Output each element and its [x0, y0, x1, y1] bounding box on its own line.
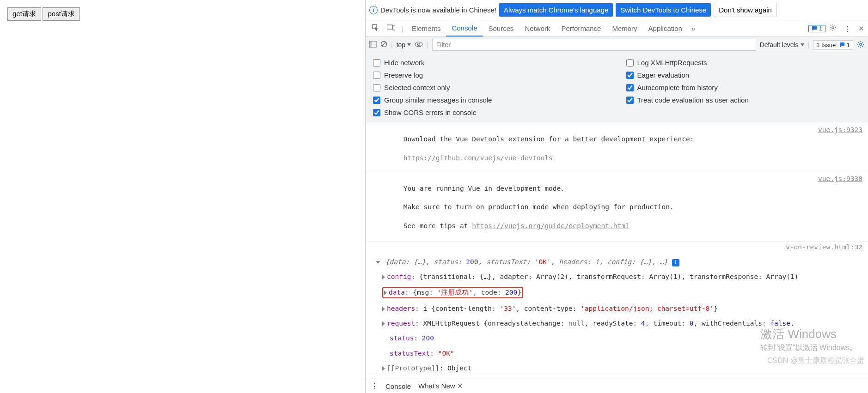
windows-activation-watermark: 激活 Windows 转到"设置"以激活 Windows。	[760, 326, 857, 353]
tab-elements[interactable]: Elements	[406, 21, 446, 36]
live-expression-icon[interactable]	[415, 41, 423, 48]
expand-toggle-icon[interactable]	[382, 366, 385, 371]
object-summary[interactable]: {data: {…}, status: 200, statusText: 'OK…	[385, 258, 668, 266]
console-settings-panel: Hide network Log XMLHttpRequests Preserv…	[366, 53, 868, 122]
svg-point-3	[832, 27, 834, 29]
console-toolbar: | top | Default levels | 1 Issue:1	[366, 37, 868, 53]
log-entry-object: v-on-review.html:32 {data: {…}, status: …	[366, 242, 868, 375]
devtools-tabs: | Elements Console Sources Network Perfo…	[366, 20, 868, 37]
log-link[interactable]: https://github.com/vuejs/vue-devtools	[403, 154, 553, 162]
log-xhr-checkbox[interactable]: Log XMLHttpRequests	[626, 59, 861, 67]
expand-toggle-icon[interactable]	[382, 275, 385, 279]
drawer-tabs: ⋮ Console What's New ✕	[366, 379, 868, 393]
always-match-language-button[interactable]: Always match Chrome's language	[499, 3, 613, 17]
log-entry: Download the Vue Devtools extension for …	[366, 124, 868, 173]
more-tabs-icon[interactable]: »	[688, 21, 699, 36]
get-request-button[interactable]: get请求	[7, 7, 41, 21]
tab-memory[interactable]: Memory	[606, 21, 642, 36]
kebab-menu-icon[interactable]: ⋮	[371, 382, 378, 390]
close-icon[interactable]: ✕	[457, 382, 463, 390]
levels-dropdown[interactable]: Default levels	[760, 41, 804, 48]
svg-rect-1	[387, 25, 392, 29]
expand-toggle-icon[interactable]	[382, 321, 385, 326]
log-source-link[interactable]: vue.js:9323	[818, 125, 862, 172]
svg-rect-5	[369, 41, 372, 48]
infobar-text: DevTools is now available in Chinese!	[380, 6, 496, 14]
svg-point-9	[418, 43, 420, 46]
devtools-panel: i DevTools is now available in Chinese! …	[365, 0, 868, 393]
kebab-menu-icon[interactable]: ⋮	[840, 21, 855, 36]
object-property[interactable]: config: {transitional: {…}, adapter: Arr…	[371, 272, 862, 281]
tab-sources[interactable]: Sources	[483, 21, 519, 36]
tab-network[interactable]: Network	[520, 21, 556, 36]
info-icon[interactable]: i	[672, 259, 679, 266]
tab-application[interactable]: Application	[643, 21, 688, 36]
svg-point-10	[860, 43, 862, 45]
expand-toggle-icon[interactable]	[384, 290, 387, 295]
object-property[interactable]: headers: i {content-length: '33', conten…	[371, 304, 862, 313]
preserve-log-checkbox[interactable]: Preserve log	[373, 71, 608, 79]
log-text: You are running Vue in development mode.	[403, 185, 565, 192]
hide-network-checkbox[interactable]: Hide network	[373, 59, 608, 67]
expand-toggle-icon[interactable]	[376, 261, 380, 264]
settings-gear-icon[interactable]	[825, 20, 840, 36]
drawer-tab-console[interactable]: Console	[385, 382, 411, 390]
selected-context-checkbox[interactable]: Selected context only	[373, 84, 608, 91]
clear-console-icon[interactable]	[380, 41, 387, 49]
expand-toggle-icon[interactable]	[382, 307, 385, 311]
switch-to-chinese-button[interactable]: Switch DevTools to Chinese	[616, 3, 711, 17]
log-source-link[interactable]: vue.js:9330	[818, 174, 862, 240]
dont-show-again-button[interactable]: Don't show again	[714, 3, 777, 17]
console-output: Download the Vue Devtools extension for …	[366, 122, 868, 379]
svg-point-8	[415, 42, 422, 47]
svg-rect-2	[393, 26, 395, 30]
log-entry: You are running Vue in development mode.…	[366, 173, 868, 241]
post-request-button[interactable]: post请求	[43, 7, 79, 21]
tab-console[interactable]: Console	[446, 20, 483, 36]
device-toggle-icon[interactable]	[383, 21, 399, 36]
context-dropdown[interactable]: top	[397, 41, 411, 48]
show-cors-checkbox[interactable]: Show CORS errors in console	[373, 109, 608, 116]
toggle-sidebar-icon[interactable]	[369, 41, 377, 49]
console-prompt[interactable]: ›	[366, 374, 868, 379]
log-text: Make sure to turn on production mode whe…	[403, 203, 674, 211]
inspect-icon[interactable]	[368, 20, 383, 36]
tab-performance[interactable]: Performance	[556, 21, 607, 36]
object-property-highlighted[interactable]: data: {msg: '注册成功', code: 200}	[371, 287, 862, 298]
svg-line-7	[382, 42, 386, 46]
close-devtools-icon[interactable]: ✕	[855, 21, 868, 36]
csdn-watermark: CSDN @富士康质检员张全蛋	[767, 356, 864, 366]
issues-badge[interactable]: 1 Issue:1	[813, 40, 853, 50]
treat-code-checkbox[interactable]: Treat code evaluation as user action	[626, 96, 861, 104]
console-settings-gear-icon[interactable]	[857, 41, 864, 49]
eager-eval-checkbox[interactable]: Eager evaluation	[626, 71, 861, 79]
autocomplete-checkbox[interactable]: Autocomplete from history	[626, 84, 861, 91]
drawer-tab-whatsnew[interactable]: What's New ✕	[418, 382, 463, 390]
messages-badge[interactable]: 1	[808, 25, 825, 32]
page-content: get请求 post请求	[0, 0, 365, 393]
group-messages-checkbox[interactable]: Group similar messages in console	[373, 96, 608, 104]
log-text: Download the Vue Devtools extension for …	[403, 135, 694, 143]
filter-input[interactable]	[432, 39, 756, 51]
log-link[interactable]: https://vuejs.org/guide/deployment.html	[472, 222, 629, 230]
devtools-infobar: i DevTools is now available in Chinese! …	[366, 0, 868, 20]
log-text: See more tips at	[403, 222, 472, 230]
info-icon: i	[369, 6, 378, 14]
log-source-link[interactable]: v-on-review.html:32	[786, 243, 862, 251]
